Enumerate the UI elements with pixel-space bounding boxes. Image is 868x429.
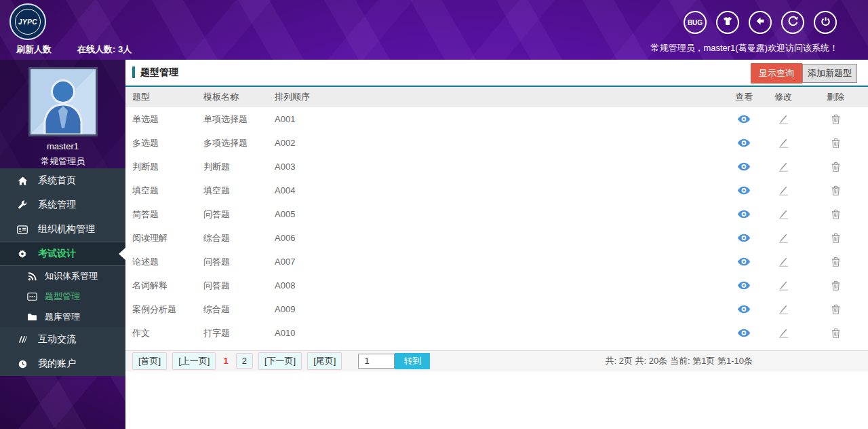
last-page-button[interactable]: [尾页] [307, 352, 342, 370]
view-button[interactable] [724, 281, 764, 290]
online-count-label: 在线人数: 3人 [77, 43, 132, 56]
next-page-button[interactable]: [下一页] [258, 352, 302, 370]
view-button[interactable] [724, 305, 764, 314]
sidebar-menu: 系统首页 系统管理 组织机构管理 考试设计 [0, 168, 125, 376]
sidebar-item-system[interactable]: 系统管理 [0, 193, 125, 217]
trash-icon [831, 138, 840, 148]
view-button[interactable] [724, 138, 764, 147]
pencil-icon [778, 209, 789, 219]
sidebar-item-exam-design[interactable]: 考试设计 [0, 242, 125, 266]
add-question-type-button[interactable]: 添加新题型 [802, 64, 857, 83]
sidebar-subitem-question-bank[interactable]: 题库管理 [0, 307, 125, 327]
cell-template-name: 打字题 [203, 327, 275, 339]
pencil-icon [778, 304, 789, 314]
sidebar-item-label: 考试设计 [38, 248, 76, 260]
delete-button[interactable] [803, 162, 868, 172]
delete-button[interactable] [803, 304, 868, 314]
show-query-button[interactable]: 显示查询 [751, 63, 802, 83]
bug-report-button[interactable]: BUG [684, 11, 707, 34]
delete-button[interactable] [803, 233, 868, 243]
table-body: 单选题 单项选择题 A001 [125, 107, 868, 345]
refresh-button[interactable] [781, 11, 804, 34]
sidebar-subitem-label: 题库管理 [45, 311, 80, 323]
edit-button[interactable] [764, 209, 803, 219]
trash-icon [831, 304, 840, 314]
sidebar-subitem-label: 知识体系管理 [45, 270, 98, 282]
refresh-count-link[interactable]: 刷新人数 [16, 43, 52, 56]
delete-button[interactable] [803, 185, 868, 195]
sidebar-subitem-question-type[interactable]: 题型管理 [0, 286, 125, 307]
gear-icon [15, 249, 30, 259]
page-2-button[interactable]: 2 [236, 353, 253, 369]
edit-button[interactable] [764, 185, 803, 195]
table-row: 简答题 问答题 A005 [125, 202, 868, 226]
pencil-icon [778, 185, 789, 195]
cell-question-type: 案例分析题 [125, 303, 203, 316]
first-page-button[interactable]: [首页] [132, 352, 167, 370]
edit-button[interactable] [764, 162, 803, 172]
profile-panel: master1 常规管理员 [0, 60, 125, 168]
back-button[interactable] [749, 11, 772, 34]
goto-page-input[interactable] [358, 354, 395, 369]
view-button[interactable] [724, 210, 764, 219]
cell-question-type: 阅读理解 [125, 232, 203, 244]
col-header-edit: 修改 [764, 91, 803, 103]
cell-template-name: 单项选择题 [203, 113, 275, 126]
delete-button[interactable] [803, 138, 868, 148]
sidebar-item-home[interactable]: 系统首页 [0, 168, 125, 193]
delete-button[interactable] [803, 257, 868, 267]
delete-button[interactable] [803, 280, 868, 291]
cell-template-name: 综合题 [203, 303, 275, 316]
edit-button[interactable] [764, 280, 803, 291]
theme-button[interactable] [716, 11, 739, 34]
logout-button[interactable] [814, 11, 837, 34]
sidebar-subitem-knowledge[interactable]: 知识体系管理 [0, 266, 125, 286]
cell-question-type: 多选题 [125, 137, 203, 149]
col-header-order: 排列顺序 [275, 91, 724, 103]
sidebar-item-interaction[interactable]: 互动交流 [0, 327, 125, 352]
delete-button[interactable] [803, 328, 868, 338]
view-button[interactable] [724, 115, 764, 124]
edit-button[interactable] [764, 257, 803, 267]
edit-button[interactable] [764, 304, 803, 314]
trash-icon [831, 328, 840, 338]
eye-icon [737, 210, 751, 219]
edit-button[interactable] [764, 138, 803, 148]
home-icon [15, 176, 30, 186]
view-button[interactable] [724, 162, 764, 171]
sidebar-item-organization[interactable]: 组织机构管理 [0, 217, 125, 242]
table-row: 论述题 问答题 A007 [125, 250, 868, 274]
eye-icon [737, 138, 751, 147]
cell-question-type: 名词解释 [125, 280, 203, 292]
view-button[interactable] [724, 234, 764, 242]
cell-template-name: 问答题 [203, 256, 275, 268]
table-header-row: 题型 模板名称 排列顺序 查看 修改 删除 [125, 87, 868, 107]
slashes-icon [15, 335, 30, 343]
cell-order: A006 [275, 233, 724, 243]
prev-page-button[interactable]: [上一页] [172, 352, 216, 370]
delete-button[interactable] [803, 209, 868, 219]
app-logo: JYPC [9, 3, 46, 40]
view-button[interactable] [724, 329, 764, 337]
cell-question-type: 论述题 [125, 256, 203, 268]
table-row: 名词解释 问答题 A008 [125, 274, 868, 297]
edit-button[interactable] [764, 114, 803, 124]
cell-question-type: 简答题 [125, 208, 203, 221]
edit-button[interactable] [764, 328, 803, 338]
view-button[interactable] [724, 257, 764, 266]
edit-button[interactable] [764, 233, 803, 243]
view-button[interactable] [724, 186, 764, 195]
table-row: 作文 打字题 A010 [125, 321, 868, 345]
cell-order: A001 [275, 114, 724, 124]
table-row: 判断题 判断题 A003 [125, 155, 868, 179]
sidebar-item-label: 我的账户 [38, 358, 76, 370]
cell-order: A005 [275, 209, 724, 219]
cell-order: A008 [275, 280, 724, 291]
sidebar: master1 常规管理员 系统首页 系统管理 组织机构管理 [0, 60, 125, 429]
cell-order: A009 [275, 304, 724, 314]
delete-button[interactable] [803, 114, 868, 124]
eye-icon [737, 234, 751, 242]
trash-icon [831, 114, 840, 124]
sidebar-item-account[interactable]: 我的账户 [0, 352, 125, 376]
goto-button[interactable]: 转到 [395, 353, 430, 369]
